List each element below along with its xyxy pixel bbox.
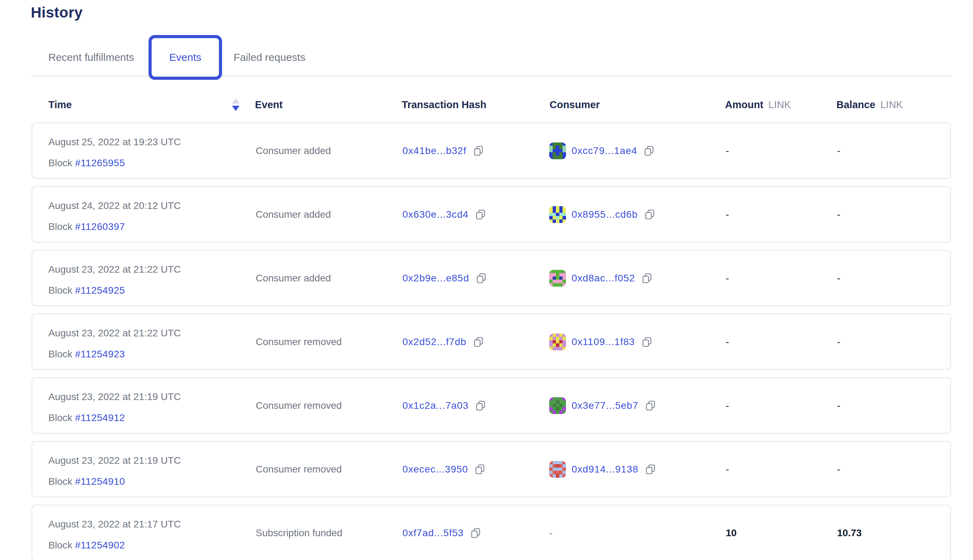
table-row: August 23, 2022 at 21:19 UTC Block #1125…: [32, 441, 951, 497]
row-timestamp: August 23, 2022 at 21:17 UTC: [48, 518, 181, 531]
sort-up-arrow: [232, 98, 239, 103]
row-timestamp: August 23, 2022 at 21:19 UTC: [48, 454, 181, 467]
transaction-hash-link[interactable]: 0xecec...3950: [403, 464, 468, 475]
tab-bar: Recent fulfillments Events Failed reques…: [32, 35, 306, 80]
consumer-address-link[interactable]: 0x3e77...5eb7: [572, 400, 639, 411]
consumer-address-link[interactable]: 0x8955...cd6b: [572, 209, 638, 220]
copy-icon[interactable]: [475, 209, 486, 220]
sort-descending-icon[interactable]: [232, 98, 239, 111]
tab-failed-requests[interactable]: Failed requests: [234, 52, 306, 63]
time-cell: August 23, 2022 at 21:19 UTC Block #1125…: [48, 454, 181, 488]
table-row: August 23, 2022 at 21:22 UTC Block #1125…: [32, 250, 951, 306]
table-row: August 23, 2022 at 21:19 UTC Block #1125…: [32, 377, 951, 433]
balance-unit-label: LINK: [880, 99, 903, 111]
row-timestamp: August 23, 2022 at 21:22 UTC: [48, 327, 181, 340]
block-label: Block: [48, 348, 72, 360]
copy-icon[interactable]: [645, 400, 656, 411]
tab-recent-fulfillments[interactable]: Recent fulfillments: [48, 52, 134, 63]
column-header-balance: Balance LINK: [836, 95, 903, 115]
copy-icon[interactable]: [641, 337, 652, 348]
time-cell: August 23, 2022 at 21:22 UTC Block #1125…: [48, 263, 181, 297]
block-number-link[interactable]: #11254923: [75, 348, 125, 360]
copy-icon[interactable]: [473, 145, 484, 157]
block-number-link[interactable]: #11265955: [75, 158, 125, 168]
consumer-identicon: [549, 270, 566, 287]
balance-cell: -: [837, 378, 840, 433]
consumer-cell: 0xd8ac...f052: [549, 251, 652, 305]
transaction-hash-cell: 0x2b9e...e85d: [403, 251, 487, 305]
amount-cell: -: [726, 378, 729, 433]
balance-cell: -: [837, 442, 840, 497]
column-header-amount: Amount LINK: [725, 95, 791, 115]
copy-icon[interactable]: [641, 273, 652, 284]
column-header-transaction-hash: Transaction Hash: [402, 95, 486, 115]
event-cell: Consumer added: [256, 187, 331, 242]
transaction-hash-cell: 0xf7ad...5f53: [403, 505, 481, 560]
block-label: Block: [48, 540, 72, 550]
event-cell: Consumer removed: [256, 378, 342, 433]
column-header-consumer: Consumer: [550, 95, 600, 115]
event-cell: Consumer removed: [256, 442, 342, 497]
consumer-address-link[interactable]: 0xd914...9138: [572, 464, 639, 475]
consumer-address-link[interactable]: 0xcc79...1ae4: [572, 145, 637, 157]
row-timestamp: August 23, 2022 at 21:19 UTC: [48, 391, 181, 403]
balance-cell: -: [837, 123, 840, 178]
history-page: History Recent fulfillments Events Faile…: [0, 0, 973, 560]
transaction-hash-link[interactable]: 0xf7ad...5f53: [403, 527, 464, 538]
block-number-link[interactable]: #11254925: [75, 285, 125, 296]
tab-events[interactable]: Events: [149, 35, 222, 80]
consumer-identicon: [549, 461, 566, 478]
transaction-hash-link[interactable]: 0x2b9e...e85d: [403, 273, 469, 284]
consumer-address-link[interactable]: 0xd8ac...f052: [572, 273, 635, 284]
consumer-identicon: [549, 333, 566, 350]
block-number-link[interactable]: #11254910: [75, 476, 125, 487]
sort-down-arrow: [232, 106, 239, 111]
row-timestamp: August 23, 2022 at 21:22 UTC: [48, 263, 181, 276]
transaction-hash-cell: 0x41be...b32f: [403, 123, 484, 178]
copy-icon[interactable]: [644, 145, 655, 157]
time-cell: August 25, 2022 at 19:23 UTC Block #1126…: [48, 136, 181, 169]
table-row: August 23, 2022 at 21:22 UTC Block #1125…: [32, 313, 951, 370]
block-line: Block #11254925: [48, 284, 181, 297]
transaction-hash-cell: 0xecec...3950: [403, 442, 485, 497]
table-row: August 23, 2022 at 21:17 UTC Block #1125…: [32, 505, 951, 560]
table-row: August 25, 2022 at 19:23 UTC Block #1126…: [32, 122, 951, 179]
block-number-link[interactable]: #11254902: [75, 540, 125, 550]
block-number-link[interactable]: #11260397: [75, 221, 125, 232]
transaction-hash-link[interactable]: 0x630e...3cd4: [403, 209, 469, 220]
copy-icon[interactable]: [645, 464, 656, 475]
copy-icon[interactable]: [644, 209, 655, 220]
consumer-identicon: [549, 397, 566, 414]
block-label: Block: [48, 285, 72, 296]
copy-icon[interactable]: [473, 337, 484, 348]
column-header-event: Event: [255, 95, 283, 115]
transaction-hash-link[interactable]: 0x41be...b32f: [403, 145, 466, 157]
transaction-hash-link[interactable]: 0x2d52...f7db: [403, 337, 466, 348]
block-line: Block #11254910: [48, 475, 181, 488]
table-row: August 24, 2022 at 20:12 UTC Block #1126…: [32, 186, 951, 243]
consumer-cell: 0xd914...9138: [549, 442, 656, 497]
event-cell: Subscription funded: [256, 505, 343, 560]
block-label: Block: [48, 158, 72, 168]
amount-label: Amount: [725, 99, 764, 111]
amount-cell: -: [726, 187, 729, 242]
copy-icon[interactable]: [470, 527, 481, 538]
events-table-body: August 25, 2022 at 19:23 UTC Block #1126…: [32, 122, 951, 560]
copy-icon[interactable]: [476, 273, 487, 284]
copy-icon[interactable]: [474, 464, 485, 475]
row-timestamp: August 24, 2022 at 20:12 UTC: [48, 200, 181, 212]
event-cell: Consumer removed: [256, 314, 342, 369]
block-label: Block: [48, 412, 72, 423]
balance-cell: 10.73: [837, 505, 862, 560]
event-cell: Consumer added: [256, 123, 331, 178]
copy-icon[interactable]: [475, 400, 486, 411]
consumer-cell: 0x8955...cd6b: [549, 187, 655, 242]
block-label: Block: [48, 476, 72, 487]
time-cell: August 23, 2022 at 21:22 UTC Block #1125…: [48, 327, 181, 360]
consumer-address-link[interactable]: 0x1109...1f83: [572, 337, 635, 348]
consumer-cell: 0xcc79...1ae4: [549, 123, 655, 178]
block-number-link[interactable]: #11254912: [75, 412, 125, 423]
amount-unit-label: LINK: [769, 99, 791, 111]
column-header-time[interactable]: Time: [48, 95, 72, 115]
transaction-hash-link[interactable]: 0x1c2a...7a03: [403, 400, 469, 411]
